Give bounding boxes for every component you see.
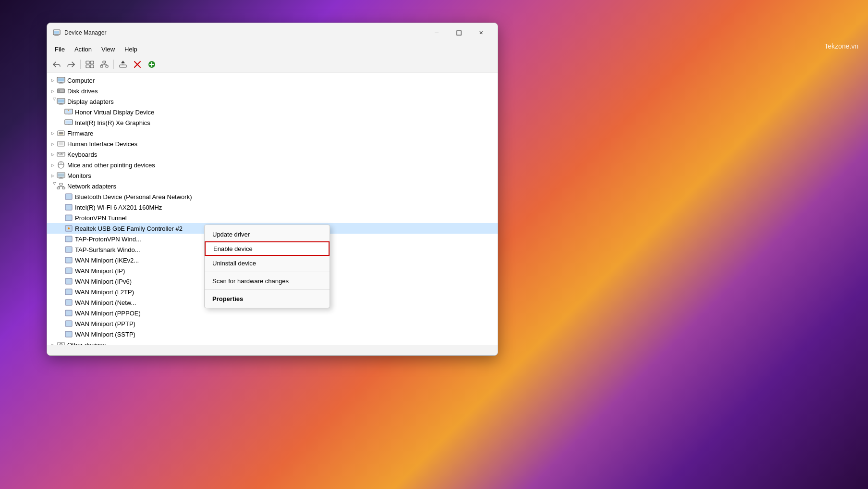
scan-hardware-button[interactable] <box>145 58 159 71</box>
tree-item-wan-pptp[interactable]: ▷ WAN Miniport (PPTP) <box>47 318 498 329</box>
mouse-icon <box>57 161 65 169</box>
update-driver-button[interactable] <box>116 58 130 71</box>
menu-file[interactable]: File <box>51 44 69 55</box>
back-button[interactable] <box>50 58 63 71</box>
tree-item-protonvpn[interactable]: ▷ ProtonVPN Tunnel <box>47 213 498 223</box>
expand-mice[interactable]: ▷ <box>49 161 57 169</box>
ctx-enable-device[interactable]: Enable device <box>205 241 330 256</box>
ctx-update-driver[interactable]: Update driver <box>205 227 330 241</box>
expand-firmware[interactable]: ▷ <box>49 129 57 137</box>
tree-item-mice[interactable]: ▷ Mice and other pointing devices <box>47 160 498 170</box>
svg-rect-49 <box>61 153 62 154</box>
close-button[interactable]: ✕ <box>470 25 492 40</box>
svg-rect-66 <box>65 204 72 210</box>
tree-item-other-devices[interactable]: ▷ Other devices <box>47 339 498 345</box>
label-bluetooth: Bluetooth Device (Personal Area Network) <box>75 193 192 201</box>
menu-help[interactable]: Help <box>121 44 141 55</box>
expand-display[interactable]: ▷ <box>49 98 57 105</box>
label-display-adapters: Display adapters <box>67 98 114 105</box>
tree-item-firmware[interactable]: ▷ Firmware <box>47 128 498 138</box>
ctx-update-driver-label: Update driver <box>212 231 250 238</box>
svg-rect-47 <box>58 153 59 154</box>
ctx-scan-hardware[interactable]: Scan for hardware changes <box>205 274 330 288</box>
svg-rect-78 <box>65 321 72 326</box>
netdev-icon-4 <box>64 235 73 243</box>
tree-item-hid[interactable]: ▷ Human Interface Devices <box>47 138 498 149</box>
monitor-icon <box>64 108 73 116</box>
ctx-properties[interactable]: Properties <box>205 291 330 306</box>
label-intel-wifi: Intel(R) Wi-Fi 6 AX201 160MHz <box>75 204 162 211</box>
tree-item-computer[interactable]: ▷ Computer <box>47 75 498 86</box>
expand-network[interactable]: ▷ <box>49 182 57 190</box>
forward-button[interactable] <box>64 58 78 71</box>
tree-item-network-adapters[interactable]: ▷ Network adapters <box>47 181 498 191</box>
label-wan-pppoe: WAN Miniport (PPPOE) <box>75 310 141 317</box>
svg-rect-77 <box>65 310 72 316</box>
svg-rect-65 <box>65 194 72 200</box>
ctx-uninstall-device[interactable]: Uninstall device <box>205 256 330 270</box>
label-monitors: Monitors <box>67 172 91 179</box>
label-honor-display: Honor Virtual Display Device <box>75 109 154 116</box>
svg-rect-1 <box>54 31 59 34</box>
svg-rect-50 <box>62 153 63 154</box>
show-by-connection-button[interactable] <box>98 58 111 71</box>
svg-rect-6 <box>90 61 94 64</box>
ctx-properties-label: Properties <box>212 295 243 302</box>
expand-disk[interactable]: ▷ <box>49 87 57 95</box>
tree-item-honor-display[interactable]: ▷ Honor Virtual Display Device <box>47 107 498 117</box>
window-controls: ─ ✕ <box>426 25 492 40</box>
svg-rect-60 <box>62 187 65 189</box>
svg-rect-5 <box>86 61 89 64</box>
tree-item-disk-drives[interactable]: ▷ Disk drives <box>47 86 498 96</box>
label-keyboards: Keyboards <box>67 151 97 158</box>
expand-hid[interactable]: ▷ <box>49 140 57 148</box>
tree-item-intel-wifi[interactable]: ▷ Intel(R) Wi-Fi 6 AX201 160MHz <box>47 202 498 213</box>
svg-rect-57 <box>59 178 63 179</box>
svg-rect-11 <box>106 65 108 67</box>
expand-other[interactable]: ▷ <box>49 341 57 345</box>
svg-rect-16 <box>120 65 126 67</box>
menu-bar: File Action View Help <box>47 42 498 56</box>
svg-point-69 <box>68 227 70 229</box>
tree-item-keyboards[interactable]: ▷ Keyboards <box>47 149 498 160</box>
show-by-type-button[interactable] <box>83 58 97 71</box>
svg-rect-58 <box>60 183 62 185</box>
netdev-icon-6 <box>64 256 73 264</box>
label-disk-drives: Disk drives <box>67 88 98 95</box>
menu-action[interactable]: Action <box>71 44 96 55</box>
disk-icon <box>57 87 65 95</box>
status-bar <box>47 345 498 355</box>
remove-device-button[interactable] <box>131 58 144 71</box>
svg-rect-23 <box>58 78 64 82</box>
svg-rect-56 <box>60 177 62 178</box>
tree-item-display-adapters[interactable]: ▷ Display adapters <box>47 96 498 107</box>
tree-item-monitors[interactable]: ▷ Monitors <box>47 170 498 181</box>
menu-view[interactable]: View <box>98 44 119 55</box>
gpu-icon <box>64 119 73 126</box>
netdev-icon-8 <box>64 277 73 285</box>
expand-computer[interactable]: ▷ <box>49 76 57 84</box>
label-tap-surfshark: TAP-Surfshark Windo... <box>75 246 140 253</box>
svg-rect-45 <box>59 142 63 145</box>
tree-item-bluetooth[interactable]: ▷ Bluetooth Device (Personal Area Networ… <box>47 191 498 202</box>
tree-item-wan-pppoe[interactable]: ▷ WAN Miniport (PPPOE) <box>47 308 498 318</box>
label-tap-proton: TAP-ProtonVPN Wind... <box>75 236 141 243</box>
maximize-button[interactable] <box>448 25 470 40</box>
svg-rect-74 <box>65 278 72 284</box>
netdev-icon-13 <box>64 330 73 338</box>
svg-rect-73 <box>65 268 72 274</box>
tree-item-wan-sstp[interactable]: ▷ WAN Miniport (SSTP) <box>47 329 498 339</box>
tree-item-intel-iris[interactable]: ▷ Intel(R) Iris(R) Xe Graphics <box>47 117 498 128</box>
expand-keyboards[interactable]: ▷ <box>49 150 57 158</box>
svg-rect-51 <box>59 155 63 156</box>
svg-rect-7 <box>86 65 89 68</box>
minimize-button[interactable]: ─ <box>426 25 448 40</box>
label-wan-netw: WAN Miniport (Netw... <box>75 299 136 306</box>
label-protonvpn: ProtonVPN Tunnel <box>75 214 127 222</box>
label-other-devices: Other devices <box>67 341 106 345</box>
computer-icon <box>57 76 65 84</box>
other-icon <box>57 341 65 345</box>
expand-monitors[interactable]: ▷ <box>49 172 57 179</box>
firmware-icon <box>57 129 65 137</box>
watermark-text: Tekzone.vn <box>824 42 858 50</box>
